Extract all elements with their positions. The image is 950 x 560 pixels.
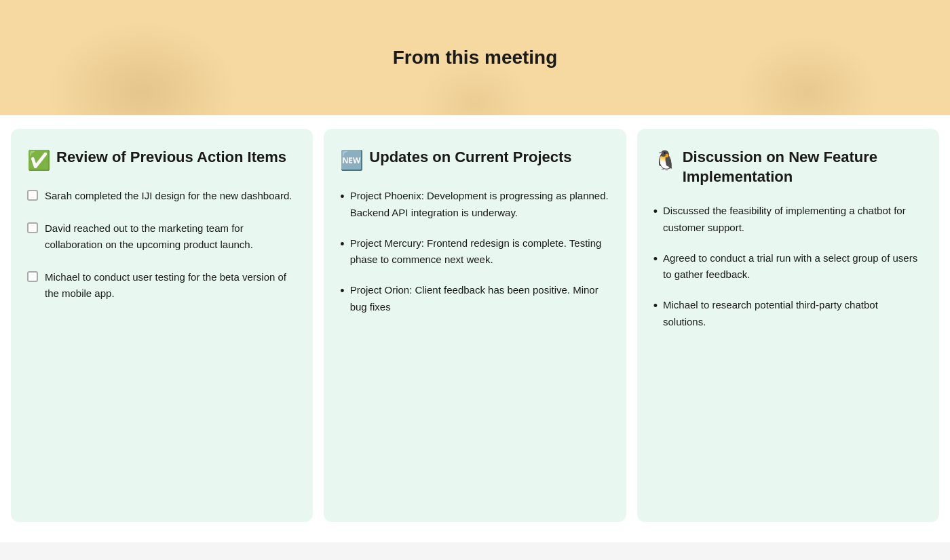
list-item: Project Phoenix: Development is progress… — [340, 188, 609, 222]
card-updates-current-projects: 🆕Updates on Current ProjectsProject Phoe… — [324, 129, 626, 522]
checklist: Sarah completed the IJI design for the n… — [27, 188, 297, 302]
checkbox-icon[interactable] — [27, 222, 38, 233]
list-item: Project Orion: Client feedback has been … — [340, 282, 609, 316]
list-item-text: Discussed the feasibility of implementin… — [663, 203, 923, 237]
card-title-discussion-new-feature: Discussion on New Feature Implementation — [683, 148, 923, 186]
bullet-list: Project Phoenix: Development is progress… — [340, 188, 609, 316]
bullet-list: Discussed the feasibility of implementin… — [653, 203, 923, 331]
list-item-text: Michael to research potential third-part… — [663, 297, 923, 331]
list-item-text: Project Phoenix: Development is progress… — [350, 188, 610, 222]
content-area: ✅Review of Previous Action ItemsSarah co… — [0, 115, 950, 542]
card-title-updates-current-projects: Updates on Current Projects — [369, 148, 571, 167]
page-title: From this meeting — [393, 47, 558, 68]
list-item-text: Project Orion: Client feedback has been … — [350, 282, 610, 316]
list-item: Michael to research potential third-part… — [653, 297, 923, 331]
checklist-item: David reached out to the marketing team … — [27, 220, 297, 253]
card-icon-updates-current-projects: 🆕 — [340, 149, 364, 172]
checklist-item: Michael to conduct user testing for the … — [27, 269, 297, 302]
card-header-updates-current-projects: 🆕Updates on Current Projects — [340, 148, 609, 172]
card-header-review-action-items: ✅Review of Previous Action Items — [27, 148, 297, 172]
list-item-text: Project Mercury: Frontend redesign is co… — [350, 235, 610, 269]
checklist-item-text: Sarah completed the IJI design for the n… — [45, 188, 292, 204]
checklist-item: Sarah completed the IJI design for the n… — [27, 188, 297, 204]
card-discussion-new-feature: 🐧Discussion on New Feature Implementatio… — [637, 129, 939, 522]
checkbox-icon[interactable] — [27, 271, 38, 282]
checkbox-icon[interactable] — [27, 190, 38, 201]
checklist-item-text: David reached out to the marketing team … — [45, 220, 297, 253]
card-review-action-items: ✅Review of Previous Action ItemsSarah co… — [11, 129, 313, 522]
list-item: Project Mercury: Frontend redesign is co… — [340, 235, 609, 269]
list-item: Discussed the feasibility of implementin… — [653, 203, 923, 237]
list-item: Agreed to conduct a trial run with a sel… — [653, 250, 923, 284]
card-icon-review-action-items: ✅ — [27, 149, 51, 172]
card-header-discussion-new-feature: 🐧Discussion on New Feature Implementatio… — [653, 148, 923, 186]
card-icon-discussion-new-feature: 🐧 — [653, 149, 677, 172]
checklist-item-text: Michael to conduct user testing for the … — [45, 269, 297, 302]
card-title-review-action-items: Review of Previous Action Items — [56, 148, 286, 167]
header: From this meeting — [0, 0, 950, 115]
list-item-text: Agreed to conduct a trial run with a sel… — [663, 250, 923, 284]
